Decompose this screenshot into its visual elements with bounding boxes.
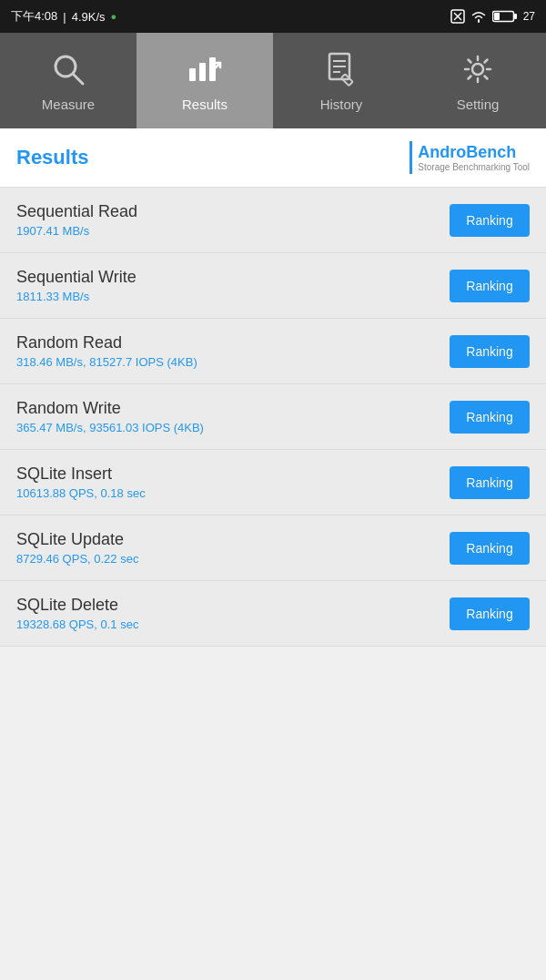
ranking-button[interactable]: Ranking xyxy=(450,204,530,237)
results-header: Results AndroBench Storage Benchmarking … xyxy=(0,128,546,188)
status-time: 下午4:08 xyxy=(11,8,57,25)
result-value: 365.47 MB/s, 93561.03 IOPS (4KB) xyxy=(16,421,204,434)
result-name: Sequential Write xyxy=(16,268,136,287)
svg-point-6 xyxy=(56,56,76,77)
result-value: 318.46 MB/s, 81527.7 IOPS (4KB) xyxy=(16,355,197,369)
status-network: | xyxy=(63,10,66,24)
tab-results-label: Results xyxy=(182,97,228,112)
nav-tabs: Measure Results xyxy=(0,33,546,128)
results-page-title: Results xyxy=(16,146,88,169)
ranking-button[interactable]: Ranking xyxy=(450,401,530,434)
brand-container: AndroBench Storage Benchmarking Tool xyxy=(410,141,530,174)
result-info: Random Write365.47 MB/s, 93561.03 IOPS (… xyxy=(16,399,204,434)
svg-rect-5 xyxy=(494,13,500,20)
svg-rect-8 xyxy=(189,68,196,81)
status-indicator: ● xyxy=(111,11,117,22)
result-value: 19328.68 QPS, 0.1 sec xyxy=(16,618,138,631)
tab-history-label: History xyxy=(320,97,363,112)
x-icon xyxy=(450,9,465,24)
results-list: Sequential Read1907.41 MB/sRankingSequen… xyxy=(0,188,546,647)
results-icon xyxy=(185,49,225,89)
tab-setting[interactable]: Setting xyxy=(410,33,546,128)
result-item: Sequential Read1907.41 MB/sRanking xyxy=(0,188,546,253)
tab-history[interactable]: History xyxy=(273,33,410,128)
status-left: 下午4:08 | 4.9K/s ● xyxy=(11,8,116,25)
brand-subtitle: Storage Benchmarking Tool xyxy=(418,162,530,172)
result-info: SQLite Insert10613.88 QPS, 0.18 sec xyxy=(16,464,146,500)
brand-andro: Andro xyxy=(418,143,466,161)
result-info: SQLite Update8729.46 QPS, 0.22 sec xyxy=(16,530,138,566)
result-name: SQLite Update xyxy=(16,530,138,549)
brand-text: AndroBench Storage Benchmarking Tool xyxy=(418,143,530,172)
tab-measure-label: Measure xyxy=(42,97,95,112)
setting-icon xyxy=(458,49,498,89)
battery-icon xyxy=(492,10,518,23)
tab-measure[interactable]: Measure xyxy=(0,33,136,128)
brand-bench: Bench xyxy=(466,143,516,161)
result-value: 1907.41 MB/s xyxy=(16,224,137,238)
result-item: Random Read318.46 MB/s, 81527.7 IOPS (4K… xyxy=(0,319,546,384)
svg-line-7 xyxy=(74,75,83,84)
tab-results[interactable]: Results xyxy=(136,33,273,128)
result-name: SQLite Delete xyxy=(16,596,138,615)
brand-bar xyxy=(410,141,412,174)
result-value: 10613.88 QPS, 0.18 sec xyxy=(16,486,146,500)
ranking-button[interactable]: Ranking xyxy=(450,532,530,565)
result-item: Sequential Write1811.33 MB/sRanking xyxy=(0,253,546,319)
status-network-speed: 4.9K/s xyxy=(72,10,106,24)
measure-icon xyxy=(48,49,88,89)
ranking-button[interactable]: Ranking xyxy=(450,466,530,499)
result-name: Random Write xyxy=(16,399,204,418)
result-info: Sequential Write1811.33 MB/s xyxy=(16,268,136,303)
result-item: SQLite Delete19328.68 QPS, 0.1 secRankin… xyxy=(0,581,546,647)
result-item: Random Write365.47 MB/s, 93561.03 IOPS (… xyxy=(0,384,546,450)
svg-rect-9 xyxy=(199,63,206,81)
wifi-icon xyxy=(470,9,487,24)
result-info: Random Read318.46 MB/s, 81527.7 IOPS (4K… xyxy=(16,333,197,369)
result-item: SQLite Update8729.46 QPS, 0.22 secRankin… xyxy=(0,516,546,581)
history-icon xyxy=(321,49,361,89)
result-info: Sequential Read1907.41 MB/s xyxy=(16,202,137,238)
ranking-button[interactable]: Ranking xyxy=(450,270,530,302)
svg-point-17 xyxy=(472,64,483,75)
brand-name: AndroBench xyxy=(418,143,530,162)
result-info: SQLite Delete19328.68 QPS, 0.1 sec xyxy=(16,596,138,631)
ranking-button[interactable]: Ranking xyxy=(450,335,530,368)
result-value: 1811.33 MB/s xyxy=(16,290,136,303)
status-right: 27 xyxy=(450,9,535,24)
status-bar: 下午4:08 | 4.9K/s ● 27 xyxy=(0,0,546,33)
result-value: 8729.46 QPS, 0.22 sec xyxy=(16,552,138,566)
ranking-button[interactable]: Ranking xyxy=(450,597,530,630)
result-name: Sequential Read xyxy=(16,202,137,221)
result-item: SQLite Insert10613.88 QPS, 0.18 secRanki… xyxy=(0,450,546,516)
result-name: Random Read xyxy=(16,333,197,352)
svg-rect-4 xyxy=(514,14,517,19)
battery-level: 27 xyxy=(523,10,535,23)
result-name: SQLite Insert xyxy=(16,464,146,484)
tab-setting-label: Setting xyxy=(457,97,500,112)
